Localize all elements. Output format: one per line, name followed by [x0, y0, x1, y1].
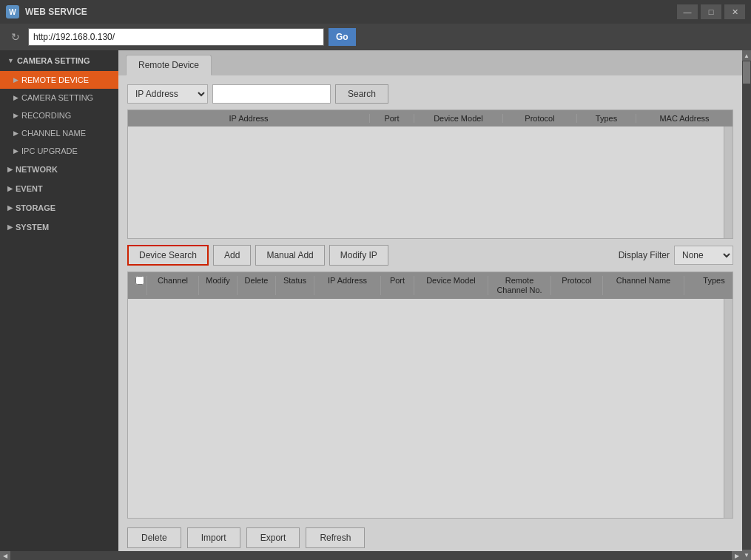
sidebar-group-system[interactable]: ▶ SYSTEM: [0, 217, 118, 237]
remote-device-label: REMOTE DEVICE: [21, 75, 89, 84]
upper-device-table: IP Address Port Device Model Protocol Ty…: [127, 109, 733, 239]
action-row: Device Search Add Manual Add Modify IP D…: [127, 245, 733, 266]
window-controls: — □ ✕: [677, 4, 745, 19]
event-label: EVENT: [16, 184, 43, 193]
tab-remote-device-label: Remote Device: [138, 60, 199, 70]
address-input[interactable]: [28, 28, 324, 46]
search-input[interactable]: [212, 84, 331, 104]
remote-device-chevron: ▶: [13, 76, 18, 84]
network-label: NETWORK: [16, 165, 58, 174]
display-filter-section: Display Filter None Online Offline: [619, 246, 733, 265]
camera-setting-item-label: CAMERA SETTING: [21, 93, 93, 102]
select-all-checkbox[interactable]: [135, 276, 144, 285]
sidebar-item-camera-setting[interactable]: ▶ CAMERA SETTING: [0, 89, 118, 107]
add-button[interactable]: Add: [213, 245, 251, 266]
camera-setting-label: CAMERA SETTING: [17, 56, 90, 65]
app-title: WEB SERVICE: [25, 7, 87, 17]
sidebar-group-event[interactable]: ▶ EVENT: [0, 179, 118, 198]
horizontal-scrollbar[interactable]: ◀ ▶: [0, 551, 742, 560]
search-row: IP Address MAC Address Device Model Sear…: [127, 84, 733, 104]
system-label: SYSTEM: [16, 223, 49, 232]
scroll-track[interactable]: [742, 61, 751, 550]
th-remote-channel-no: Remote Channel No.: [488, 276, 551, 295]
page-refresh-icon[interactable]: ↻: [7, 29, 24, 45]
upper-table-header: IP Address Port Device Model Protocol Ty…: [128, 110, 733, 126]
app-icon-letter: W: [9, 8, 16, 16]
th-types: Types: [577, 114, 636, 123]
sidebar-item-recording[interactable]: ▶ RECORDING: [0, 107, 118, 124]
h-scroll-track[interactable]: [10, 551, 732, 560]
tab-remote-device[interactable]: Remote Device: [126, 55, 212, 75]
sidebar-group-storage[interactable]: ▶ STORAGE: [0, 198, 118, 217]
title-bar-left: W WEB SERVICE: [6, 5, 87, 18]
display-filter-select[interactable]: None Online Offline: [674, 246, 733, 265]
upper-table-scrollbar[interactable]: [724, 126, 733, 238]
title-bar: W WEB SERVICE — □ ✕: [0, 0, 751, 24]
channel-name-label: CHANNEL NAME: [21, 129, 86, 138]
th-mac-address: MAC Address: [636, 114, 733, 123]
lower-table-header: Channel Modify Delete Status IP Address …: [128, 272, 733, 299]
lower-table-body: [128, 299, 733, 518]
th-lower-types: Types: [684, 276, 733, 295]
th-checkbox-col: [131, 276, 147, 295]
minimize-button[interactable]: —: [677, 4, 698, 19]
refresh-button[interactable]: Refresh: [306, 527, 365, 548]
upper-table-body: [128, 126, 733, 238]
close-button[interactable]: ✕: [724, 4, 745, 19]
th-status: Status: [276, 276, 314, 295]
manual-add-button[interactable]: Manual Add: [255, 245, 324, 266]
recording-chevron: ▶: [13, 112, 18, 119]
export-button[interactable]: Export: [246, 527, 300, 548]
network-chevron: ▶: [7, 166, 13, 173]
search-button[interactable]: Search: [335, 84, 388, 104]
system-chevron: ▶: [7, 223, 13, 231]
address-bar: ↻ Go: [0, 24, 751, 50]
lower-device-table: Channel Modify Delete Status IP Address …: [127, 271, 733, 519]
th-delete: Delete: [238, 276, 276, 295]
th-lower-ip-address: IP Address: [314, 276, 381, 295]
content-panel: IP Address MAC Address Device Model Sear…: [118, 75, 742, 560]
sidebar-item-ipc-upgrade[interactable]: ▶ IPC UPGRADE: [0, 142, 118, 160]
scroll-thumb[interactable]: [743, 61, 750, 84]
event-chevron: ▶: [7, 185, 13, 192]
scroll-up-arrow[interactable]: ▲: [742, 50, 751, 61]
th-ip-address: IP Address: [128, 114, 370, 123]
storage-chevron: ▶: [7, 204, 13, 212]
bottom-row: Delete Import Export Refresh: [127, 524, 733, 551]
recording-label: RECORDING: [21, 111, 71, 120]
modify-ip-button[interactable]: Modify IP: [329, 245, 388, 266]
main-layout: ▼ CAMERA SETTING ▶ REMOTE DEVICE ▶ CAMER…: [0, 50, 751, 560]
scroll-right-arrow[interactable]: ▶: [732, 551, 742, 560]
camera-setting-section[interactable]: ▼ CAMERA SETTING: [0, 50, 118, 71]
app-icon: W: [6, 5, 19, 18]
th-channel: Channel: [147, 276, 199, 295]
camera-setting-item-chevron: ▶: [13, 94, 18, 101]
display-filter-label: Display Filter: [619, 250, 670, 260]
tab-header: Remote Device: [118, 50, 742, 75]
th-modify: Modify: [199, 276, 238, 295]
th-device-model: Device Model: [414, 114, 503, 123]
go-button[interactable]: Go: [329, 28, 356, 46]
sidebar-item-remote-device[interactable]: ▶ REMOTE DEVICE: [0, 71, 118, 89]
th-channel-name: Channel Name: [603, 276, 684, 295]
ipc-upgrade-chevron: ▶: [13, 147, 18, 155]
lower-table-scrollbar[interactable]: [724, 299, 733, 518]
content-area: Remote Device IP Address MAC Address Dev…: [118, 50, 742, 560]
device-search-button[interactable]: Device Search: [127, 245, 209, 266]
sidebar-group-network[interactable]: ▶ NETWORK: [0, 160, 118, 179]
th-protocol: Protocol: [503, 114, 577, 123]
ipc-upgrade-label: IPC UPGRADE: [21, 146, 78, 155]
import-button[interactable]: Import: [187, 527, 240, 548]
main-scrollbar[interactable]: ▲ ▼: [742, 50, 751, 560]
th-lower-device-model: Device Model: [414, 276, 488, 295]
channel-name-chevron: ▶: [13, 129, 18, 137]
th-lower-port: Port: [381, 276, 414, 295]
maximize-button[interactable]: □: [701, 4, 721, 19]
sidebar-item-channel-name[interactable]: ▶ CHANNEL NAME: [0, 124, 118, 142]
scroll-left-arrow[interactable]: ◀: [0, 551, 10, 560]
camera-setting-arrow: ▼: [7, 57, 14, 64]
sidebar: ▼ CAMERA SETTING ▶ REMOTE DEVICE ▶ CAMER…: [0, 50, 118, 560]
search-type-select[interactable]: IP Address MAC Address Device Model: [127, 84, 208, 104]
delete-button[interactable]: Delete: [127, 527, 181, 548]
scroll-down-arrow[interactable]: ▼: [742, 550, 751, 560]
